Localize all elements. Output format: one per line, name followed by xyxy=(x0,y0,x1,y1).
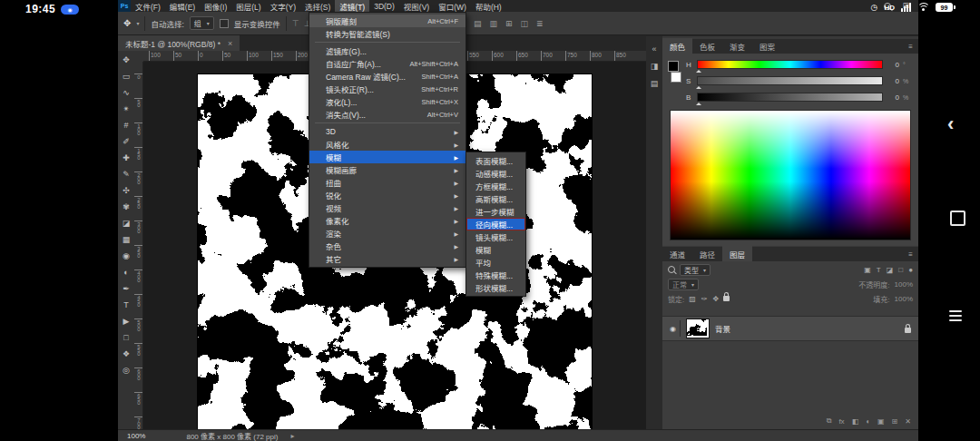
hue-slider[interactable] xyxy=(697,60,883,69)
blur-menu-item[interactable]: 进一步模糊 xyxy=(466,205,525,218)
foreground-color-swatch[interactable] xyxy=(668,61,679,72)
filter-submenu-item[interactable]: 模糊 ▶ xyxy=(309,151,466,163)
menu-item-convert-smart-filter[interactable]: 转换为智能滤镜(S) xyxy=(309,27,466,40)
adjustment-layer-filter-icon[interactable]: ◪ xyxy=(887,266,894,274)
crop-tool-icon[interactable]: # xyxy=(118,117,134,133)
options-icon[interactable]: ⊞ xyxy=(505,19,513,28)
gradient-tool-icon[interactable]: ▦ xyxy=(118,231,134,248)
filter-submenu-item[interactable]: 像素化 ▶ xyxy=(309,214,466,227)
blur-menu-item[interactable]: 方框模糊... xyxy=(466,180,525,192)
filter-submenu-item[interactable]: 锐化 ▶ xyxy=(309,189,466,201)
lock-transparency-icon[interactable]: ▨ xyxy=(689,295,696,303)
tool-preset-caret-icon[interactable]: ▾ xyxy=(136,20,139,26)
current-tool-icon[interactable]: ✥ xyxy=(123,18,131,28)
lasso-tool-icon[interactable]: ∿ xyxy=(118,84,134,101)
menu-item[interactable]: 图层(L) xyxy=(231,0,265,12)
dock-panel-icon[interactable]: ▤ xyxy=(651,80,659,88)
dock-panel-icon[interactable]: « xyxy=(652,45,656,54)
filter-submenu-item[interactable]: 渲染 ▶ xyxy=(309,227,466,240)
new-layer-icon[interactable]: ⊞ xyxy=(892,417,898,426)
brush-tool-icon[interactable]: ✎ xyxy=(118,166,134,182)
auto-select-dropdown[interactable]: 组 ▾ xyxy=(190,16,214,30)
smart-object-filter-icon[interactable]: ● xyxy=(908,266,913,274)
panel-tab[interactable]: 路径 xyxy=(692,246,722,261)
dodge-tool-icon[interactable]: ◐ xyxy=(118,264,134,280)
shape-tool-icon[interactable]: □ xyxy=(118,329,134,346)
menu-item[interactable]: 帮助(H) xyxy=(471,0,506,12)
brightness-slider[interactable] xyxy=(697,93,883,102)
fill-value[interactable]: 100% xyxy=(895,295,913,303)
filter-submenu-item[interactable]: 模糊画廊 ▶ xyxy=(309,163,466,176)
path-selection-tool-icon[interactable]: ▶ xyxy=(118,313,134,329)
lock-position-icon[interactable]: ✥ xyxy=(713,295,720,303)
panel-tab[interactable]: 色板 xyxy=(692,38,722,54)
panel-tab[interactable]: 渐变 xyxy=(722,38,752,54)
recent-apps-icon[interactable] xyxy=(950,211,965,226)
filter-submenu-item[interactable]: 视频 ▶ xyxy=(309,201,466,214)
blur-menu-item[interactable]: 特殊模糊... xyxy=(466,269,525,281)
move-tool-icon[interactable]: ✥ xyxy=(118,52,134,68)
filter-menu-item[interactable]: 镜头校正(R)... Shift+Ctrl+R xyxy=(309,83,466,95)
panel-menu-icon[interactable]: ≡ xyxy=(908,44,913,54)
filter-submenu-item[interactable]: 扭曲 ▶ xyxy=(309,176,466,189)
align-icon[interactable]: ⊤ xyxy=(292,19,299,28)
menu-item[interactable]: 文件(F) xyxy=(131,0,165,12)
menu-item[interactable]: 编辑(E) xyxy=(165,0,200,12)
saturation-slider[interactable] xyxy=(697,76,883,85)
layer-filter-dropdown[interactable]: 类型 ▾ xyxy=(680,264,710,276)
text-layer-filter-icon[interactable]: T xyxy=(877,266,881,274)
shape-layer-filter-icon[interactable]: □ xyxy=(898,266,903,274)
blur-menu-item[interactable]: 模糊 xyxy=(466,243,525,256)
menu-item[interactable]: 窗口(W) xyxy=(434,0,471,12)
background-color-swatch[interactable] xyxy=(671,72,681,83)
filter-menu-item[interactable]: Camera Raw 滤镜(C)... Shift+Ctrl+A xyxy=(309,70,466,83)
eraser-tool-icon[interactable]: ◪ xyxy=(118,215,134,231)
adjustment-layer-icon[interactable]: ◐ xyxy=(866,417,870,426)
menu-item-repeat-last-filter[interactable]: 铜版雕刻 Alt+Ctrl+F xyxy=(309,15,466,27)
filter-menu-item[interactable]: 滤镜库(G)... xyxy=(309,44,466,57)
photoshop-logo[interactable]: Ps xyxy=(118,0,131,12)
options-icon[interactable]: ◫ xyxy=(521,19,529,28)
layer-style-icon[interactable]: fx xyxy=(838,417,844,426)
search-icon[interactable] xyxy=(668,266,675,273)
history-brush-tool-icon[interactable]: ✾ xyxy=(118,199,134,215)
delete-layer-icon[interactable]: ✕ xyxy=(905,417,911,426)
status-chevron-icon[interactable]: ▸ xyxy=(290,432,294,440)
close-icon[interactable]: × xyxy=(228,39,232,48)
zoom-level-field[interactable]: 100% xyxy=(127,432,145,440)
clone-stamp-tool-icon[interactable]: ✣ xyxy=(118,182,134,199)
menu-item[interactable]: 选择(S) xyxy=(300,0,335,12)
zoom-tool-icon[interactable]: ◎ xyxy=(118,362,134,378)
document-tab[interactable]: 未标题-1 @ 100%(RGB/8) * × xyxy=(118,35,240,51)
pen-tool-icon[interactable]: ✒ xyxy=(118,280,134,297)
healing-brush-tool-icon[interactable]: ✚ xyxy=(118,150,134,166)
menu-lines-icon[interactable] xyxy=(949,310,962,324)
back-chevron-icon[interactable]: ‹ xyxy=(947,114,954,134)
panel-tab[interactable]: 图层 xyxy=(722,246,752,261)
opacity-value[interactable]: 100% xyxy=(895,280,913,289)
hand-tool-icon[interactable]: ❖ xyxy=(118,346,134,362)
eyedropper-tool-icon[interactable]: ✐ xyxy=(118,133,134,150)
layer-row-background[interactable]: ◉ 背景 xyxy=(662,316,918,341)
layer-mask-icon[interactable]: ◧ xyxy=(852,417,859,426)
dock-panel-icon[interactable]: ◨ xyxy=(651,63,659,71)
blur-menu-item[interactable]: 径向模糊... xyxy=(466,218,525,230)
menu-item[interactable]: 视图(V) xyxy=(399,0,434,12)
lock-all-icon[interactable] xyxy=(723,296,730,301)
blur-menu-item[interactable]: 高斯模糊... xyxy=(466,192,525,205)
type-tool-icon[interactable]: T xyxy=(118,297,134,313)
layer-visibility-eye-icon[interactable]: ◉ xyxy=(666,320,681,337)
show-transform-checkbox[interactable] xyxy=(220,19,229,28)
panel-tab[interactable]: 颜色 xyxy=(662,38,692,54)
menu-item[interactable]: 滤镜(T) xyxy=(335,0,369,12)
options-icon[interactable]: ▥ xyxy=(490,19,498,28)
quick-selection-tool-icon[interactable]: ✴ xyxy=(118,101,134,117)
panel-menu-icon[interactable]: ≡ xyxy=(908,251,913,261)
lock-pixels-icon[interactable]: ✑ xyxy=(701,295,708,303)
blur-tool-icon[interactable]: ◉ xyxy=(118,248,134,264)
filter-submenu-item[interactable]: 风格化 ▶ xyxy=(309,138,466,151)
layer-thumbnail[interactable] xyxy=(686,318,710,338)
layer-group-icon[interactable]: ▣ xyxy=(877,417,885,426)
blur-menu-item[interactable]: 镜头模糊... xyxy=(466,230,525,243)
blur-menu-item[interactable]: 平均 xyxy=(466,256,525,269)
